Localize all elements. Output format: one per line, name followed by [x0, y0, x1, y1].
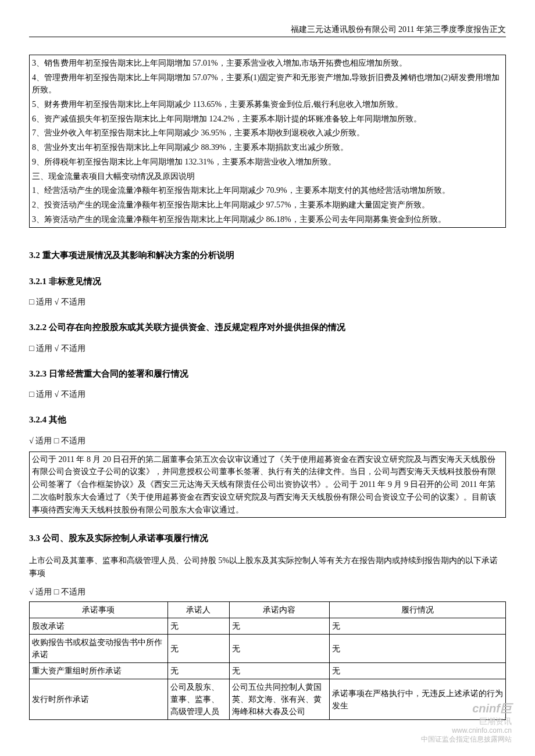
watermark: cninf巨 巨潮资讯 www.cninfo.com.cn 中国证监会指定信息披… [421, 701, 512, 744]
heading-3-2-4: 3.2.4 其他 [29, 413, 506, 427]
box1-line: 8、营业外支出年初至报告期末比上年同期减少 88.39%，主要系本期捐款支出减少… [32, 141, 503, 154]
box1-line: 4、管理费用年初至报告期末比上年同期增加 57.07%，主要系(1)固定资产和无… [32, 71, 503, 96]
th-content: 承诺内容 [229, 602, 329, 618]
cell: 无 [229, 618, 329, 635]
heading-3-2: 3.2 重大事项进展情况及其影响和解决方案的分析说明 [29, 249, 506, 262]
cell: 公司及股东、董事、监事、高级管理人员 [167, 679, 229, 720]
applicable-checkbox: □ 适用 √ 不适用 [29, 342, 506, 354]
heading-3-3: 3.3 公司、股东及实际控制人承诺事项履行情况 [29, 532, 506, 545]
commitment-intro: 上市公司及其董事、监事和高级管理人员、公司持股 5%以上股东及其实际控制人等有关… [29, 554, 506, 581]
analysis-box: 3、销售费用年初至报告期末比上年同期增加 57.01%，主要系营业收入增加,市场… [29, 55, 506, 228]
cell: 股改承诺 [30, 618, 168, 635]
table-row: 重大资产重组时所作承诺 无 无 无 [30, 663, 506, 679]
box1-line: 2、投资活动产生的现金流量净额年初至报告期末比上年同期减少 97.57%，主要系… [32, 199, 503, 212]
heading-3-2-1: 3.2.1 非标意见情况 [29, 275, 506, 288]
cell: 无 [167, 635, 229, 663]
applicable-checkbox: □ 适用 √ 不适用 [29, 296, 506, 308]
cell: 无 [229, 635, 329, 663]
table-row: 股改承诺 无 无 无 [30, 618, 506, 635]
th-status: 履行情况 [329, 602, 505, 618]
box1-line: 1、经营活动产生的现金流量净额年初至报告期末比上年同期减少 70.9%，主要系本… [32, 184, 503, 197]
cell: 无 [329, 635, 505, 663]
box1-line: 三、现金流量表项目大幅变动情况及原因说明 [32, 170, 503, 183]
watermark-url: www.cninfo.com.cn [421, 726, 512, 736]
box1-line: 9、所得税年初至报告期末比上年同期增加 132.31%，主要系本期营业收入增加所… [32, 156, 503, 169]
cell: 重大资产重组时所作承诺 [30, 663, 168, 679]
cell: 无 [329, 618, 505, 635]
heading-3-2-3: 3.2.3 日常经营重大合同的签署和履行情况 [29, 367, 506, 381]
box1-line: 3、销售费用年初至报告期末比上年同期增加 57.01%，主要系营业收入增加,市场… [32, 57, 503, 70]
box1-line: 3、筹资活动产生的现金流量净额年初至报告期末比上年同期减少 86.18%，主要系… [32, 213, 503, 226]
box1-line: 6、资产减值损失年初至报告期末比上年同期增加 124.2%，主要系本期计提的坏账… [32, 113, 503, 126]
th-person: 承诺人 [167, 602, 229, 618]
watermark-desc: 中国证监会指定信息披露网站 [421, 735, 512, 744]
watermark-cn: 巨潮资讯 [421, 716, 512, 726]
watermark-logo: cninf巨 [421, 701, 512, 716]
table-row: 收购报告书或权益变动报告书中所作承诺 无 无 无 [30, 635, 506, 663]
box1-line: 7、营业外收入年初至报告期末比上年同期减少 36.95%，主要系本期收到退税收入… [32, 127, 503, 139]
other-matters-box: 公司于 2011 年 8 月 20 日召开的第二届董事会第五次会议审议通过了《关… [29, 452, 506, 518]
table-header-row: 承诺事项 承诺人 承诺内容 履行情况 [30, 602, 506, 618]
page-header: 福建三元达通讯股份有限公司 2011 年第三季度季度报告正文 [29, 23, 506, 37]
cell: 无 [167, 618, 229, 635]
cell: 无 [329, 663, 505, 679]
cell: 公司五位共同控制人黄国英、郑文海、张有兴、黄海峰和林大春及公司 [229, 679, 329, 720]
cell: 收购报告书或权益变动报告书中所作承诺 [30, 635, 168, 663]
applicable-checkbox: √ 适用 □ 不适用 [29, 586, 506, 598]
applicable-checkbox: √ 适用 □ 不适用 [29, 435, 506, 447]
heading-3-2-2: 3.2.2 公司存在向控股股东或其关联方提供资金、违反规定程序对外提供担保的情况 [29, 321, 506, 334]
cell: 无 [167, 663, 229, 679]
cell: 发行时所作承诺 [30, 679, 168, 720]
cell: 无 [229, 663, 329, 679]
box1-line: 5、财务费用年初至报告期末比上年同期减少 113.65%，主要系募集资金到位后,… [32, 98, 503, 111]
th-item: 承诺事项 [30, 602, 168, 618]
applicable-checkbox: □ 适用 √ 不适用 [29, 388, 506, 400]
